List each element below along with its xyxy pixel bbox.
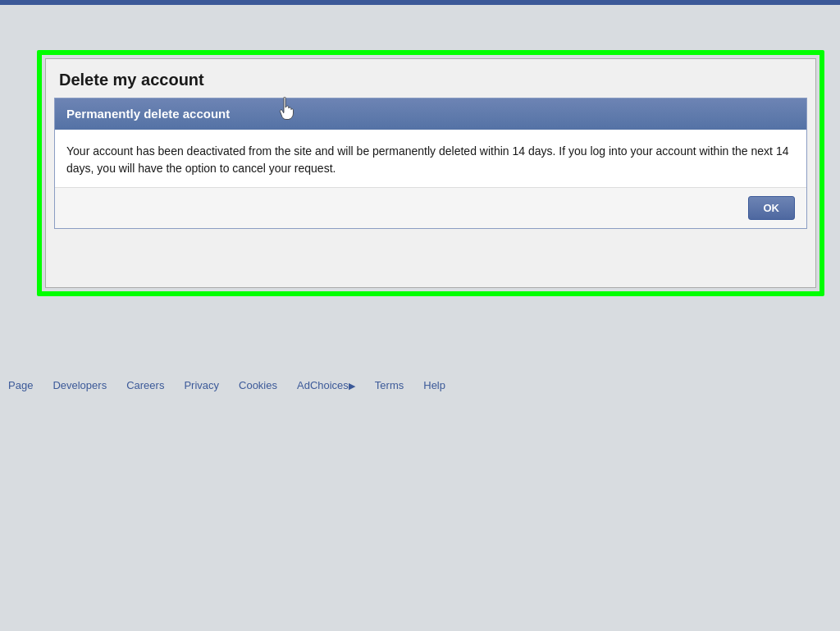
dialog-title-area: Delete my account <box>46 59 815 98</box>
footer-link-developers[interactable]: Developers <box>52 379 107 391</box>
footer-link-terms[interactable]: Terms <box>375 379 404 391</box>
page-content: Delete my account Permanently delete acc… <box>0 5 840 631</box>
footer-link-privacy[interactable]: Privacy <box>184 379 219 391</box>
modal-header: Permanently delete account <box>55 98 806 130</box>
modal-footer: OK <box>55 187 806 228</box>
footer-link-help[interactable]: Help <box>423 379 445 391</box>
modal-body: Your account has been deactivated from t… <box>55 130 806 187</box>
adchoices-icon: ▶ <box>349 381 355 391</box>
footer-link-cookies[interactable]: Cookies <box>239 379 277 391</box>
modal: Permanently delete account Your account … <box>54 98 807 229</box>
dialog-title: Delete my account <box>59 71 204 89</box>
footer-links: Page Developers Careers Privacy Cookies … <box>0 369 840 401</box>
ok-button[interactable]: OK <box>748 196 796 220</box>
footer-link-adchoices[interactable]: AdChoices▶ <box>297 379 355 391</box>
dialog-container: Delete my account Permanently delete acc… <box>45 58 816 288</box>
modal-message: Your account has been deactivated from t… <box>66 143 795 177</box>
footer-link-careers[interactable]: Careers <box>126 379 164 391</box>
modal-header-text: Permanently delete account <box>66 107 230 121</box>
footer-link-page[interactable]: Page <box>8 379 33 391</box>
